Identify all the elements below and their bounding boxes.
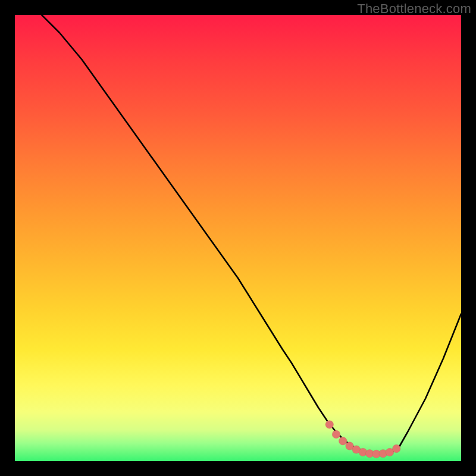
- marker-dot: [379, 450, 387, 458]
- plot-area: [15, 15, 461, 461]
- marker-dot: [393, 444, 401, 453]
- bottleneck-curve: [42, 15, 461, 454]
- chart-stage: TheBottleneck.com: [0, 0, 476, 476]
- marker-dot: [325, 421, 334, 429]
- marker-dot: [339, 437, 347, 446]
- marker-dot: [332, 430, 340, 439]
- optimal-range-markers: [325, 421, 400, 458]
- curve-svg: [15, 15, 461, 461]
- watermark-text: TheBottleneck.com: [357, 1, 471, 17]
- marker-dot: [359, 448, 367, 456]
